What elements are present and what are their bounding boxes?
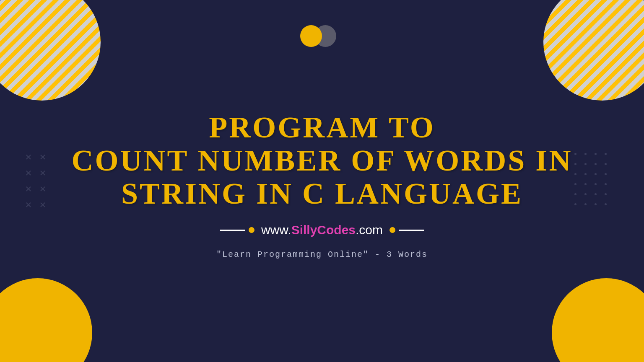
dot [584, 183, 587, 185]
x-mark: × [25, 167, 32, 179]
line-left-decoration [220, 227, 254, 233]
website-url: www.SillyCodes.com [261, 223, 383, 237]
x-row-2: × × [25, 167, 46, 179]
dot [574, 153, 576, 155]
dot [574, 203, 576, 205]
dot [605, 153, 607, 155]
dot [595, 163, 597, 165]
x-mark: × [39, 167, 46, 179]
line-dot-left [249, 227, 254, 233]
dot [605, 203, 607, 205]
dot [595, 153, 597, 155]
x-mark: × [25, 183, 32, 195]
x-row-1: × × [25, 151, 46, 163]
main-content: PROGRAM TO COUNT NUMBER OF WORDS IN STRI… [72, 111, 573, 260]
x-mark: × [39, 183, 46, 195]
title-line-3: STRING IN C LANGUAGE [72, 177, 573, 210]
dot [574, 193, 576, 195]
x-mark: × [39, 151, 46, 163]
dot [584, 193, 587, 195]
dot [605, 163, 607, 165]
deco-bottom-right-circle [552, 278, 644, 362]
x-mark: × [25, 199, 32, 211]
x-row-4: × × [25, 199, 46, 211]
website-suffix: .com [356, 223, 383, 237]
dot [595, 173, 597, 175]
dot [574, 173, 576, 175]
title-line-2: COUNT NUMBER OF WORDS IN [72, 144, 573, 177]
line-dot-right [390, 227, 395, 233]
dot [605, 183, 607, 185]
dot [605, 173, 607, 175]
logo-circles [300, 25, 344, 47]
dot-grid-decoration [574, 153, 610, 209]
dot [595, 203, 597, 205]
x-row-3: × × [25, 183, 46, 195]
dot [605, 193, 607, 195]
dot [584, 203, 587, 205]
output-text: "Learn Programming Online" - 3 Words [72, 250, 573, 259]
deco-top-left-circle [0, 0, 101, 101]
dot [595, 193, 597, 195]
line-right-decoration [390, 227, 424, 233]
dot [584, 163, 587, 165]
dot [584, 173, 587, 175]
dot [584, 153, 587, 155]
logo-circle-gold [300, 25, 322, 47]
x-mark: × [25, 151, 32, 163]
title-line-1: PROGRAM TO [72, 111, 573, 144]
page-container: × × × × × × × × [0, 0, 644, 362]
website-line: www.SillyCodes.com [72, 223, 573, 237]
dot [595, 183, 597, 185]
deco-top-right-circle [543, 0, 644, 101]
x-marks-decoration: × × × × × × × × [25, 151, 46, 211]
x-mark: × [39, 199, 46, 211]
dot [574, 163, 576, 165]
deco-bottom-left-circle [0, 278, 92, 362]
line-dash-left [220, 230, 245, 231]
line-dash-right [399, 230, 424, 231]
website-brand: SillyCodes [291, 223, 356, 237]
dot [574, 183, 576, 185]
website-prefix: www. [261, 223, 291, 237]
